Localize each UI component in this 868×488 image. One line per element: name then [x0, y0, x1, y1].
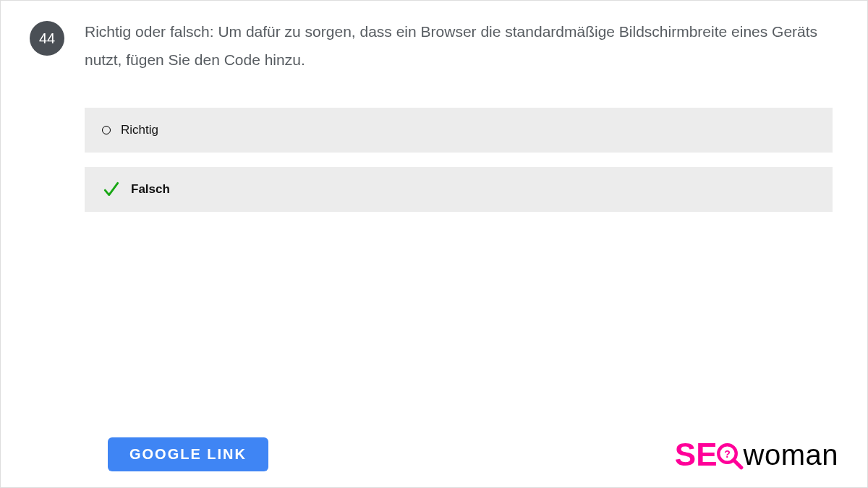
question-text: Richtig oder falsch: Um dafür zu sorgen,…	[85, 18, 833, 74]
question-number-badge: 44	[30, 21, 64, 56]
seo-woman-logo: SE ? woman	[675, 439, 838, 471]
svg-line-2	[733, 460, 741, 468]
question-content: Richtig oder falsch: Um dafür zu sorgen,…	[85, 18, 838, 226]
option-label: Falsch	[131, 182, 170, 197]
option-row[interactable]: Falsch	[85, 167, 833, 212]
footer: GOOGLE LINK SE ? woman	[1, 437, 867, 471]
option-label: Richtig	[121, 123, 158, 137]
check-icon	[102, 180, 121, 199]
magnifier-icon: ?	[715, 441, 745, 471]
radio-unchecked-icon	[102, 126, 111, 134]
question-container: 44 Richtig oder falsch: Um dafür zu sorg…	[1, 1, 867, 226]
google-link-button[interactable]: GOOGLE LINK	[108, 437, 268, 471]
question-number: 44	[39, 30, 55, 47]
option-row[interactable]: Richtig	[85, 108, 833, 153]
svg-text:?: ?	[724, 448, 731, 459]
logo-text-se: SE	[675, 439, 718, 471]
logo-text-woman: woman	[744, 440, 838, 469]
